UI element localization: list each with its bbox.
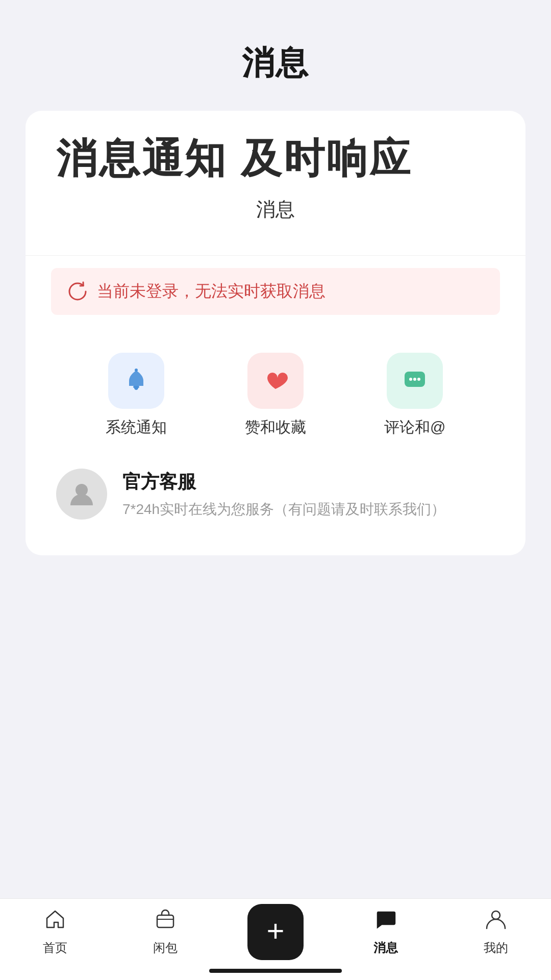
tab-home[interactable]: 首页 (24, 908, 86, 956)
alert-banner: 当前未登录，无法实时获取消息 (51, 268, 500, 315)
bag-icon (154, 908, 177, 936)
svg-rect-7 (157, 915, 173, 927)
tab-home-label: 首页 (43, 940, 67, 956)
page-header: 消息 (0, 0, 551, 95)
tab-bag[interactable]: 闲包 (135, 908, 196, 956)
tab-mine-label: 我的 (484, 940, 508, 956)
svg-point-5 (417, 378, 420, 381)
home-icon (44, 908, 66, 936)
system-notify-icon-bg (108, 353, 164, 409)
icon-row: 系统通知 赞和收藏 评论和@ (26, 327, 525, 453)
tab-messages-label: 消息 (373, 940, 398, 956)
tab-bar: 首页 闲包 + 消息 (0, 898, 551, 980)
system-notify-item[interactable]: 系统通知 (106, 353, 167, 438)
svg-point-3 (409, 378, 412, 381)
tab-messages[interactable]: 消息 (355, 908, 416, 956)
tab-bag-label: 闲包 (153, 940, 178, 956)
person-icon (485, 908, 507, 936)
card-section-title: 消息 (56, 197, 495, 223)
system-notify-label: 系统通知 (106, 417, 167, 438)
comments-at-label: 评论和@ (384, 417, 445, 438)
bottom-indicator (209, 969, 342, 973)
add-button[interactable]: + (247, 904, 304, 960)
banner-title: 消息通知 及时响应 (56, 136, 495, 181)
main-card: 消息通知 及时响应 消息 当前未登录，无法实时获取消息 系统通知 (26, 111, 525, 555)
likes-collect-icon-bg (247, 353, 304, 409)
svg-point-1 (135, 369, 138, 372)
service-name: 官方客服 (122, 470, 445, 495)
likes-collect-label: 赞和收藏 (245, 417, 306, 438)
service-desc: 7*24h实时在线为您服务（有问题请及时联系我们） (122, 500, 445, 519)
refresh-icon (66, 280, 89, 303)
comments-at-icon-bg (387, 353, 443, 409)
message-icon (374, 908, 397, 936)
svg-rect-0 (133, 386, 139, 388)
service-avatar (56, 469, 107, 520)
comments-at-item[interactable]: 评论和@ (384, 353, 445, 438)
tab-mine[interactable]: 我的 (465, 908, 527, 956)
svg-point-4 (413, 378, 416, 381)
svg-point-8 (492, 911, 500, 919)
service-info: 官方客服 7*24h实时在线为您服务（有问题请及时联系我们） (122, 470, 445, 519)
banner-area: 消息通知 及时响应 消息 (26, 136, 525, 256)
likes-collect-item[interactable]: 赞和收藏 (245, 353, 306, 438)
page-title: 消息 (0, 41, 551, 85)
service-item[interactable]: 官方客服 7*24h实时在线为您服务（有问题请及时联系我们） (26, 453, 525, 535)
alert-text: 当前未登录，无法实时获取消息 (97, 280, 325, 303)
tab-add[interactable]: + (245, 904, 306, 960)
plus-icon: + (266, 916, 284, 946)
